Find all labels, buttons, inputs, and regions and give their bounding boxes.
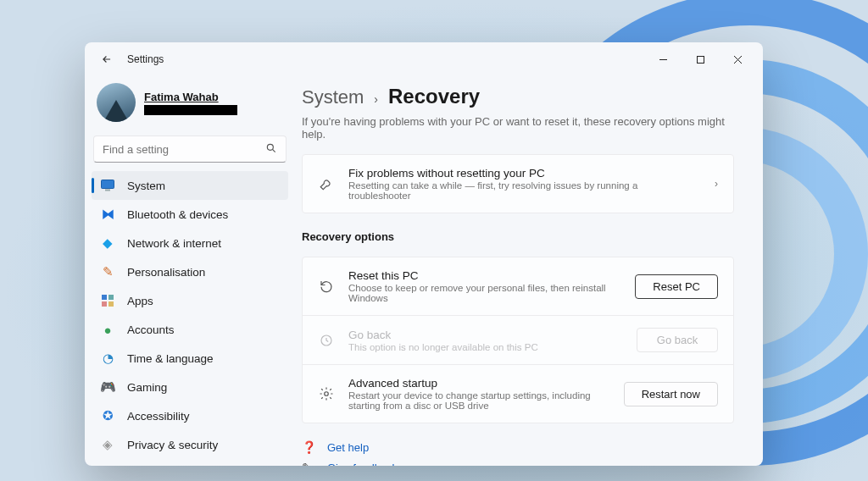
help-icon: ❓ (302, 440, 317, 454)
nav-label: Bluetooth & devices (127, 208, 228, 221)
brush-icon: ✎ (100, 264, 115, 279)
breadcrumb-parent[interactable]: System (302, 86, 364, 108)
nav-item-network[interactable]: ◆Network & internet (92, 229, 288, 257)
fix-title: Fix problems without resetting your PC (348, 167, 701, 180)
shield-icon: ◈ (100, 437, 115, 452)
nav-item-accounts[interactable]: ●Accounts (92, 315, 288, 344)
profile-block[interactable]: Fatima Wahab (88, 76, 292, 130)
goback-title: Go back (348, 329, 623, 341)
reset-desc: Choose to keep or remove your personal f… (348, 283, 621, 303)
svg-rect-7 (108, 295, 114, 300)
avatar (97, 83, 136, 122)
reset-pc-row: Reset this PC Choose to keep or remove y… (303, 257, 733, 315)
nav-label: Network & internet (127, 237, 221, 250)
nav-label: System (127, 180, 165, 192)
profile-email-redacted (144, 105, 237, 115)
help-links: ❓Get help ✎Give feedback (302, 437, 734, 466)
nav-label: Accessibility (127, 410, 190, 423)
chevron-right-icon: › (374, 92, 378, 106)
svg-rect-4 (102, 180, 114, 189)
go-back-row: Go back This option is no longer availab… (303, 315, 733, 364)
nav-item-time-language[interactable]: ◔Time & language (92, 344, 288, 373)
svg-point-2 (267, 144, 273, 150)
nav-item-privacy[interactable]: ◈Privacy & security (92, 430, 288, 459)
gear-restart-icon (318, 386, 335, 401)
reset-pc-button[interactable]: Reset PC (635, 274, 718, 299)
search-box[interactable] (93, 135, 287, 163)
recovery-options-card: Reset this PC Choose to keep or remove y… (302, 257, 734, 423)
nav-label: Personalisation (127, 266, 205, 279)
nav-item-personalisation[interactable]: ✎Personalisation (92, 257, 288, 286)
nav-label: Accounts (127, 323, 175, 336)
search-icon (265, 142, 277, 157)
nav-label: Time & language (127, 352, 214, 365)
svg-rect-5 (105, 190, 110, 191)
bluetooth-icon: ⧓ (100, 207, 115, 222)
chevron-right-icon: › (715, 178, 718, 190)
fix-problems-card[interactable]: Fix problems without resetting your PC R… (302, 154, 734, 213)
nav-item-gaming[interactable]: 🎮Gaming (92, 373, 288, 401)
profile-name: Fatima Wahab (144, 91, 237, 103)
apps-icon (100, 293, 115, 308)
advanced-startup-row: Advanced startup Restart your device to … (303, 364, 733, 423)
sidebar: Fatima Wahab System ⧓Bluetooth & devices… (85, 76, 295, 466)
page-subtitle: If you're having problems with your PC o… (302, 115, 734, 141)
wifi-icon: ◆ (100, 235, 115, 251)
person-icon: ● (100, 322, 115, 337)
nav-item-accessibility[interactable]: ✪Accessibility (92, 401, 288, 430)
advanced-title: Advanced startup (348, 377, 610, 390)
close-button[interactable] (719, 47, 756, 72)
give-feedback-link[interactable]: ✎Give feedback (302, 457, 734, 466)
accessibility-icon: ✪ (100, 408, 115, 423)
nav-item-bluetooth[interactable]: ⧓Bluetooth & devices (92, 200, 288, 229)
svg-rect-1 (697, 56, 704, 63)
titlebar: Settings (85, 42, 763, 76)
svg-line-3 (272, 149, 275, 152)
restart-now-button[interactable]: Restart now (624, 382, 718, 406)
svg-rect-9 (108, 301, 114, 307)
search-input[interactable] (103, 143, 265, 156)
get-help-link[interactable]: ❓Get help (302, 437, 734, 457)
maximize-button[interactable] (682, 47, 719, 72)
nav-list: System ⧓Bluetooth & devices ◆Network & i… (88, 171, 292, 459)
breadcrumb-current: Recovery (388, 85, 480, 108)
wrench-icon (318, 176, 335, 191)
nav-item-apps[interactable]: Apps (92, 286, 288, 315)
fix-desc: Resetting can take a while — first, try … (348, 180, 701, 201)
advanced-desc: Restart your device to change startup se… (348, 390, 610, 411)
nav-label: Gaming (127, 381, 167, 394)
svg-rect-6 (102, 295, 107, 300)
recovery-options-heading: Recovery options (302, 230, 734, 243)
reset-icon (318, 279, 335, 294)
main-content: System › Recovery If you're having probl… (295, 76, 763, 466)
display-icon (100, 178, 115, 193)
goback-desc: This option is no longer available on th… (348, 342, 623, 352)
go-back-button: Go back (637, 328, 718, 352)
window-title: Settings (127, 53, 164, 65)
clock-globe-icon: ◔ (100, 351, 115, 366)
history-icon (318, 333, 335, 348)
reset-title: Reset this PC (348, 269, 621, 282)
nav-label: Apps (127, 295, 153, 307)
gamepad-icon: 🎮 (100, 379, 115, 395)
minimize-button[interactable] (644, 47, 682, 72)
nav-item-system[interactable]: System (92, 171, 288, 200)
settings-window: Settings Fatima Wahab Syst (85, 42, 763, 466)
svg-rect-8 (102, 301, 107, 307)
svg-point-11 (325, 392, 329, 396)
breadcrumb: System › Recovery (302, 85, 734, 108)
back-button[interactable] (97, 49, 117, 69)
nav-label: Privacy & security (127, 439, 218, 451)
feedback-icon: ✎ (302, 461, 317, 466)
